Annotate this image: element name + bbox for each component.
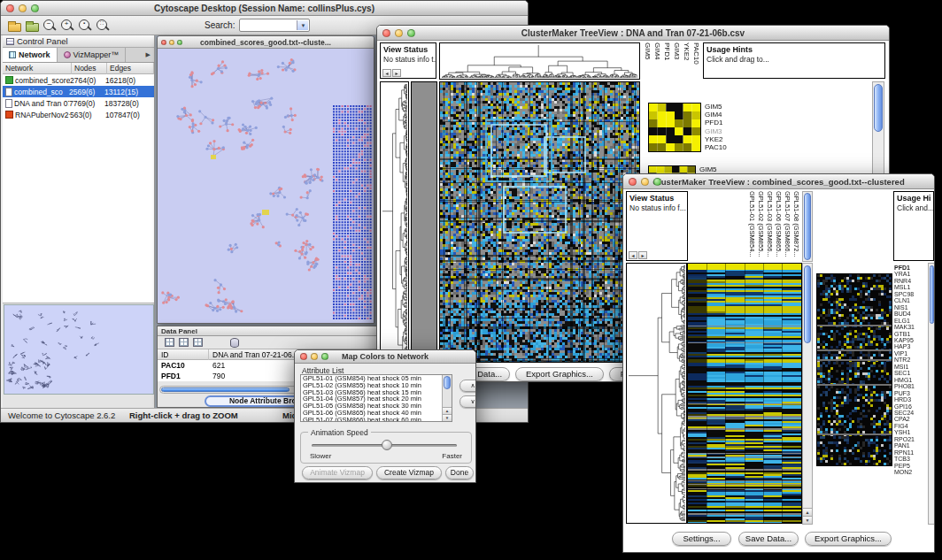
gene-label[interactable]: HAP3 — [894, 343, 928, 349]
network-list-row[interactable]: combined_sco2569(6)13112(15) — [3, 86, 154, 97]
gene-label[interactable]: GPI16 — [894, 403, 928, 410]
correlation-matrix-1[interactable] — [648, 103, 701, 152]
maximize-icon[interactable] — [321, 353, 328, 360]
zoom-selected-icon[interactable] — [95, 18, 111, 33]
nav-left-icon[interactable]: ◂ — [629, 251, 637, 259]
minimize-icon[interactable] — [395, 29, 403, 37]
secondary-heatmap[interactable] — [816, 273, 892, 466]
gene-label[interactable]: TCB3 — [894, 456, 928, 462]
gene-label[interactable]: PHO81 — [894, 383, 928, 389]
column-dendrogram[interactable] — [439, 42, 640, 80]
attribute-list-item[interactable]: GPL51-07 (GSM866) heat shock 60 min — [301, 417, 442, 421]
gene-label[interactable]: MSL1 — [894, 284, 928, 290]
gene-label[interactable]: CPA2 — [894, 416, 928, 422]
scrollbar-thumb[interactable] — [930, 265, 934, 324]
gene-label[interactable]: MON2 — [894, 469, 928, 475]
gene-label[interactable]: HRD3 — [894, 396, 928, 403]
dialog-titlebar[interactable]: Map Colors to Network — [295, 350, 475, 364]
gene-label[interactable]: PUF3 — [894, 390, 928, 396]
row-dendrogram[interactable] — [380, 81, 409, 363]
column-id[interactable]: ID — [158, 349, 209, 360]
birdseye-view[interactable] — [4, 304, 154, 395]
gene-label[interactable]: ELG1 — [894, 318, 928, 324]
close-icon[interactable] — [382, 29, 390, 37]
network-canvas[interactable] — [158, 49, 374, 323]
gene-label[interactable]: YRA1 — [894, 271, 928, 277]
gene-label[interactable]: YSH1 — [894, 429, 928, 435]
create-vizmap-button[interactable]: Create Vizmap — [376, 466, 442, 479]
nav-right-icon[interactable]: ▸ — [392, 69, 401, 77]
tab-overflow-arrow-icon[interactable]: ▶ — [146, 48, 154, 62]
scrollbar-thumb[interactable] — [444, 376, 451, 389]
gene-label[interactable]: PAN1 — [894, 442, 928, 449]
maximize-icon[interactable] — [177, 40, 182, 45]
heatmap-vscrollbar[interactable]: ▲ ▼ — [802, 263, 813, 525]
tab-vizmapper[interactable]: VizMapper™ — [58, 48, 127, 62]
settings-button[interactable]: Settings... — [672, 532, 731, 546]
select-attributes-icon[interactable] — [165, 338, 174, 347]
gene-label[interactable]: BUD4 — [894, 311, 928, 317]
gene-label[interactable]: PEP5 — [894, 463, 928, 469]
column-edges[interactable]: Edges — [107, 63, 154, 74]
network-view-titlebar[interactable]: combined_scores_good.txt--cluste... — [158, 36, 374, 49]
gene-label[interactable]: NIS1 — [894, 304, 928, 311]
database-icon[interactable] — [230, 338, 239, 348]
scroll-up-icon[interactable]: ▲ — [443, 407, 452, 414]
nav-right-icon[interactable]: ▸ — [638, 251, 647, 259]
column-network[interactable]: Network — [3, 63, 72, 74]
gene-label[interactable]: SPC98 — [894, 291, 928, 297]
chevron-down-icon[interactable]: ▼ — [297, 20, 308, 30]
close-icon[interactable] — [6, 4, 14, 12]
treeview1-titlebar[interactable]: ClusterMaker TreeView : DNA and Tran 07-… — [377, 26, 889, 41]
done-button[interactable]: Done — [445, 466, 474, 479]
save-data-button[interactable]: Save Data... — [738, 532, 799, 546]
maximize-icon[interactable] — [407, 29, 415, 37]
column-nodes[interactable]: Nodes — [72, 63, 107, 74]
nav-left-icon[interactable]: ◂ — [382, 69, 391, 77]
scroll-down-icon[interactable]: ▼ — [443, 414, 452, 421]
gene-label[interactable]: NTR2 — [894, 357, 928, 363]
network-list-row[interactable]: combined_scores2764(0)16218(0) — [3, 74, 154, 86]
network-list-row[interactable]: DNA and Tran 077769(0)183728(0) — [3, 97, 154, 109]
gene-label[interactable]: SEC1 — [894, 370, 928, 376]
gene-label[interactable]: RPO21 — [894, 436, 928, 442]
cytoscape-titlebar[interactable]: Cytoscape Desktop (Session Name: collins… — [1, 1, 528, 16]
scroll-up-icon[interactable]: ▲ — [803, 508, 812, 516]
gene-label[interactable]: MAK31 — [894, 324, 928, 330]
gene-label[interactable]: VIP1 — [894, 350, 928, 357]
maximize-icon[interactable] — [653, 178, 661, 186]
export-graphics-button[interactable]: Export Graphics... — [515, 367, 604, 381]
scroll-down-icon[interactable]: ▼ — [803, 516, 812, 524]
gene-label[interactable]: FIG4 — [894, 423, 928, 429]
row-dendrogram[interactable] — [626, 263, 687, 524]
close-icon[interactable] — [300, 353, 307, 360]
gene-label[interactable]: RNR4 — [894, 278, 928, 284]
gene-list-vscrollbar[interactable] — [928, 263, 935, 525]
minimize-icon[interactable] — [641, 178, 649, 186]
speed-slider[interactable] — [312, 444, 457, 447]
gene-label[interactable]: GTB1 — [894, 331, 928, 337]
gene-label[interactable]: HMG1 — [894, 377, 928, 383]
move-up-button[interactable]: ∧ — [459, 380, 476, 392]
scrollbar-thumb[interactable] — [161, 387, 290, 392]
move-down-button[interactable]: ∨ — [459, 395, 476, 408]
open-folder-icon[interactable] — [6, 18, 22, 33]
scrollbar-thumb[interactable] — [804, 193, 811, 260]
heatmap[interactable] — [687, 263, 802, 524]
close-icon[interactable] — [629, 178, 637, 186]
import-icon[interactable] — [24, 18, 40, 33]
treeview2-titlebar[interactable]: ClusterMaker TreeView : combined_scores_… — [623, 174, 934, 189]
minimize-icon[interactable] — [19, 4, 27, 12]
gene-label[interactable]: RPN11 — [894, 449, 928, 456]
gene-label[interactable]: KAP95 — [894, 337, 928, 343]
export-graphics-button[interactable]: Export Graphics... — [805, 532, 892, 546]
create-attribute-icon[interactable] — [179, 338, 189, 347]
list-scrollbar[interactable]: ▲ ▼ — [442, 375, 452, 421]
zoom-fit-icon[interactable] — [77, 18, 93, 33]
maximize-icon[interactable] — [31, 4, 39, 12]
heatmap[interactable] — [439, 81, 640, 363]
minimize-icon[interactable] — [169, 40, 174, 45]
zoom-out-icon[interactable] — [42, 18, 58, 33]
slider-thumb[interactable] — [382, 440, 392, 450]
scrollbar-thumb[interactable] — [804, 265, 811, 343]
